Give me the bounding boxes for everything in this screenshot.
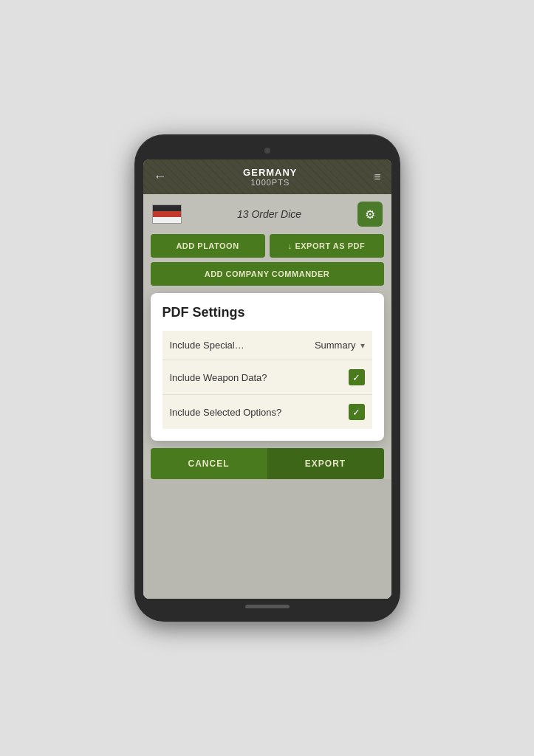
setting-row-weapon: Include Weapon Data? ✓	[162, 360, 372, 395]
app-content: 13 Order Dice ⚙ ADD PLATOON ↓ EXPORT AS …	[143, 194, 391, 599]
flag-stripe-black	[153, 205, 181, 211]
setting-label-weapon: Include Weapon Data?	[170, 372, 267, 383]
flag-stripe-white	[153, 217, 181, 223]
check-icon-2: ✓	[352, 407, 360, 418]
country-title: GERMANY	[173, 167, 369, 178]
phone-camera	[264, 148, 270, 154]
back-button[interactable]: ←	[154, 169, 167, 185]
add-platoon-button[interactable]: ADD PLATOON	[151, 234, 265, 258]
background-rest	[143, 479, 391, 599]
chevron-down-icon: ▾	[360, 340, 365, 351]
order-dice-text: 13 Order Dice	[237, 208, 301, 220]
dropdown-value-special: Summary	[315, 340, 356, 351]
check-icon: ✓	[352, 372, 360, 383]
add-commander-row: ADD COMPANY COMMANDER	[143, 262, 391, 293]
modal-bottom-buttons: CANCEL EXPORT	[151, 448, 384, 479]
gear-button[interactable]: ⚙	[357, 202, 383, 227]
gear-icon: ⚙	[365, 207, 375, 221]
menu-button[interactable]: ≡	[374, 171, 380, 184]
flag-stripe-red	[153, 211, 181, 217]
phone-frame: ← GERMANY 1000PTS ≡ 13 Order Dice ⚙	[134, 134, 400, 622]
selected-options-checkbox[interactable]: ✓	[349, 404, 365, 420]
home-bar[interactable]	[245, 605, 290, 608]
order-dice-row: 13 Order Dice ⚙	[143, 194, 391, 234]
cancel-button[interactable]: CANCEL	[151, 448, 267, 479]
add-commander-button[interactable]: ADD COMPANY COMMANDER	[151, 262, 384, 286]
header-title-block: GERMANY 1000PTS	[173, 167, 369, 187]
setting-label-special: Include Special…	[170, 340, 244, 351]
action-buttons-row: ADD PLATOON ↓ EXPORT AS PDF	[143, 234, 391, 262]
points-subtitle: 1000PTS	[173, 178, 369, 187]
app-header: ← GERMANY 1000PTS ≡	[143, 159, 391, 194]
weapon-data-checkbox[interactable]: ✓	[349, 369, 365, 385]
export-pdf-button[interactable]: ↓ EXPORT AS PDF	[270, 234, 384, 258]
setting-dropdown-special[interactable]: Summary ▾	[315, 340, 365, 351]
phone-screen: ← GERMANY 1000PTS ≡ 13 Order Dice ⚙	[143, 159, 391, 599]
modal-title: PDF Settings	[162, 305, 372, 320]
pdf-settings-modal: PDF Settings Include Special… Summary ▾ …	[151, 293, 384, 441]
setting-row-special[interactable]: Include Special… Summary ▾	[162, 331, 372, 360]
export-button[interactable]: EXPORT	[267, 448, 384, 479]
german-flag	[152, 205, 182, 224]
setting-label-options: Include Selected Options?	[170, 407, 282, 418]
setting-row-options: Include Selected Options? ✓	[162, 395, 372, 429]
